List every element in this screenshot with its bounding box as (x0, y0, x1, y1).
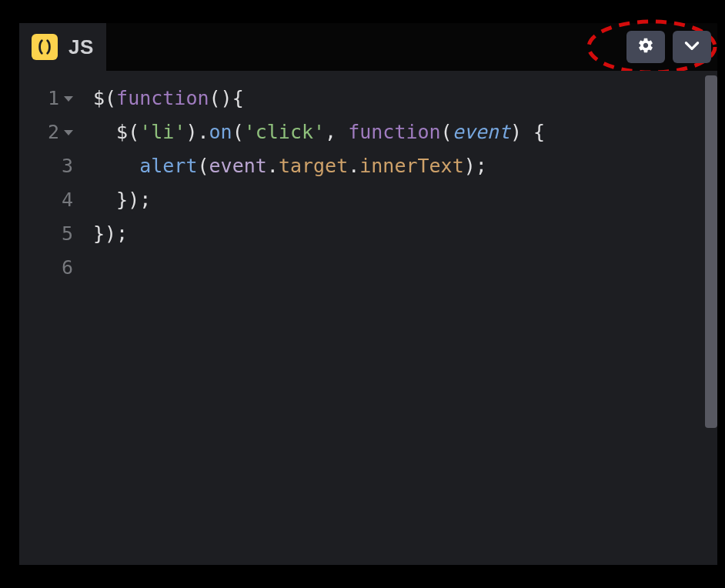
code-line: }); (93, 183, 545, 217)
gutter-line[interactable]: 1 (19, 82, 79, 115)
line-gutter: 1 2 3 4 5 6 (19, 71, 79, 565)
parentheses-icon (32, 34, 58, 60)
gear-icon (637, 37, 654, 57)
collapse-button[interactable] (673, 31, 711, 63)
gutter-line[interactable]: 4 (19, 183, 79, 217)
panel-actions (626, 31, 711, 63)
settings-button[interactable] (626, 31, 665, 63)
gutter-line[interactable]: 3 (19, 149, 79, 183)
footer-strip (19, 565, 717, 585)
gutter-line[interactable]: 6 (19, 251, 79, 285)
line-number: 1 (48, 82, 59, 115)
code-line: $(function(){ (93, 82, 545, 115)
editor-panel: JS 1 (0, 0, 725, 588)
panel-header: JS (19, 23, 717, 71)
line-number: 6 (62, 251, 73, 285)
line-number: 2 (48, 115, 59, 149)
gutter-line[interactable]: 2 (19, 115, 79, 149)
code-editor[interactable]: 1 2 3 4 5 6 $(function(){ $('li').on('cl… (19, 71, 717, 565)
code-line: alert(event.target.innerText); (93, 149, 545, 183)
header-spacer (106, 23, 717, 71)
gutter-line[interactable]: 5 (19, 217, 79, 251)
fold-arrow-icon[interactable] (64, 130, 73, 135)
code-line: }); (93, 217, 545, 251)
tab-label: JS (68, 35, 94, 59)
line-number: 3 (62, 149, 73, 183)
js-tab[interactable]: JS (19, 23, 106, 71)
vertical-scrollbar[interactable] (705, 75, 717, 428)
line-number: 5 (62, 217, 73, 251)
code-content[interactable]: $(function(){ $('li').on('click', functi… (79, 71, 545, 565)
line-number: 4 (62, 183, 73, 217)
fold-arrow-icon[interactable] (64, 96, 73, 102)
code-line: $('li').on('click', function(event) { (93, 115, 545, 149)
chevron-down-icon (682, 35, 702, 58)
